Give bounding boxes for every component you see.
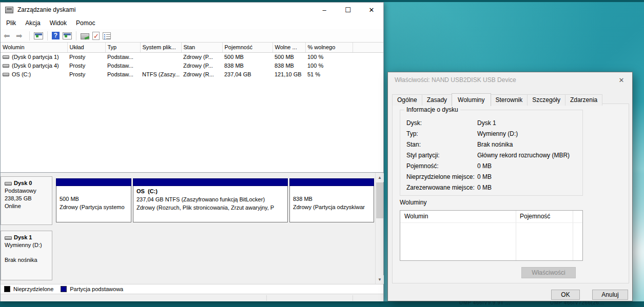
disk0-name: Dysk 0 (14, 180, 32, 186)
legend-primary-swatch (61, 286, 67, 292)
console-window-icon[interactable] (34, 32, 43, 39)
partition-color-bar (56, 178, 131, 186)
volumes-section-label: Woluminy (400, 199, 426, 206)
tab-strip: Ogólne Zasady Woluminy Sterownik Szczegó… (392, 93, 602, 106)
disk1-status: Brak nośnika (5, 256, 52, 264)
menu-pomoc[interactable]: Pomoc (71, 18, 100, 28)
scroll-down-icon[interactable]: ▼ (376, 275, 384, 284)
tab-ogolne[interactable]: Ogólne (392, 94, 422, 106)
device-manager-icon[interactable] (81, 33, 89, 39)
tab-woluminy[interactable]: Woluminy (452, 93, 491, 106)
dialog-close-icon[interactable]: ✕ (611, 72, 632, 88)
column-header-wolumin[interactable]: Wolumin (1, 43, 67, 52)
volume-list-pane: Wolumin Układ Typ System plik... Stan Po… (1, 43, 383, 172)
menu-akcja[interactable]: Akcja (21, 18, 45, 28)
help-icon[interactable] (52, 32, 60, 39)
window-title: Zarządzanie dyskami (17, 6, 75, 13)
close-button[interactable]: ✕ (360, 3, 383, 17)
maximize-button[interactable]: ☐ (336, 3, 360, 17)
disk-icon (5, 182, 12, 186)
check-status-icon[interactable] (92, 32, 100, 40)
app-icon (5, 7, 13, 13)
table-row[interactable]: (Dysk 0 partycja 1) Prosty Podstaw... Zd… (1, 52, 383, 61)
volume-icon (3, 64, 9, 68)
properties-list-icon[interactable] (103, 32, 111, 39)
partition-status: Zdrowy (Rozruch, Plik stronicowania, Zrz… (136, 203, 284, 212)
properties-dialog: Właściwości: NAND USB2DISK USB Device ✕ … (387, 72, 633, 301)
info-row-typ: Typ: Wymienny (D:) (406, 130, 576, 141)
partition-title: OS (C:) (136, 187, 284, 195)
legend-bar: Nieprzydzielone Partycja podstawowa (1, 284, 383, 294)
disk0-label-box[interactable]: Dysk 0 Podstawowy 238,35 GB Online (1, 176, 52, 225)
info-row-nieprzydzielone: Nieprzydzielone miejsce: 0 MB (406, 173, 576, 184)
tab-page-woluminy: Informacje o dysku Dysk: Dysk 1 Typ: Wym… (392, 104, 629, 283)
menu-widok[interactable]: Widok (45, 18, 71, 28)
volume-icon (3, 55, 9, 59)
column-header-system-plikow[interactable]: System plik... (140, 43, 181, 52)
column-header-pojemnosc[interactable]: Pojemność (222, 43, 272, 52)
scroll-up-icon[interactable]: ▲ (376, 173, 384, 182)
info-row-zarezerwowane: Zarezerwowane miejsce: 0 MB (406, 184, 576, 195)
tab-sterownik[interactable]: Sterownik (491, 94, 528, 106)
partition-recovery[interactable]: 838 MB Zdrowy (Partycja odzyskiwar (289, 178, 374, 222)
table-row[interactable]: (Dysk 0 partycja 4) Prosty Podstaw... Zd… (1, 61, 383, 70)
tab-szczegoly[interactable]: Szczegóły (527, 94, 565, 106)
tab-zdarzenia[interactable]: Zdarzenia (565, 94, 602, 106)
scrollbar-thumb[interactable] (376, 182, 383, 218)
disk1-label-box[interactable]: Dysk 1 Wymienny (D:) Brak nośnika (1, 231, 52, 280)
partition-os-c[interactable]: OS (C:) 237,04 GB NTFS (Zaszyfrowano fun… (133, 178, 288, 222)
partition-size: 838 MB (293, 195, 370, 203)
cancel-button[interactable]: Anuluj (592, 290, 628, 300)
volumes-list[interactable]: Wolumin Pojemność (400, 210, 583, 261)
status-separator (266, 295, 267, 301)
table-row[interactable]: OS (C:) Prosty Podstaw... NTFS (Zaszy...… (1, 70, 383, 78)
info-row-pojemnosc: Pojemność: 0 MB (406, 162, 576, 173)
menu-plik[interactable]: Plik (2, 18, 21, 28)
ok-button[interactable]: OK (551, 290, 580, 300)
status-bar (1, 294, 383, 301)
desktop: UMP 466IV9.9.9T ... UMP 466IV7266(26... … (0, 0, 644, 307)
disk-info-groupbox: Informacje o dysku Dysk: Dysk 1 Typ: Wym… (400, 110, 583, 196)
column-header-stan[interactable]: Stan (181, 43, 222, 52)
disk-info-group-title: Informacje o dysku (404, 106, 460, 113)
partition-system[interactable]: 500 MB Zdrowy (Partycja systemo (56, 178, 131, 222)
toolbar-separator (29, 31, 30, 40)
partition-size: 237,04 GB NTFS (Zaszyfrowano funkcją Bit… (136, 195, 284, 203)
partition-status: Zdrowy (Partycja odzyskiwar (293, 203, 370, 211)
menu-bar: Plik Akcja Widok Pomoc (1, 17, 383, 29)
legend-unallocated-swatch (4, 286, 10, 292)
disk-icon (5, 236, 12, 240)
disk1-type: Wymienny (D:) (5, 241, 52, 249)
forward-arrow-icon[interactable]: ➡ (16, 32, 25, 40)
disk1-name: Dysk 1 (14, 234, 32, 240)
info-row-styl-partycji: Styl partycji: Główny rekord rozruchowy … (406, 152, 576, 162)
back-arrow-icon[interactable]: ⬅ (4, 32, 13, 40)
tab-zasady[interactable]: Zasady (422, 94, 452, 106)
partition-size: 500 MB (60, 195, 128, 203)
vertical-scrollbar[interactable]: ▲ ▼ (375, 173, 383, 284)
info-row-stan: Stan: Brak nośnika (406, 141, 576, 152)
legend-primary-label: Partycja podstawowa (70, 286, 123, 292)
column-header-typ[interactable]: Typ (105, 43, 140, 52)
partition-color-bar (289, 178, 374, 186)
column-header-uklad[interactable]: Układ (67, 43, 105, 52)
desktop-bottom-strip (0, 301, 644, 307)
toolbar-separator (47, 31, 48, 40)
column-header-procent-wolnego[interactable]: % wolnego (305, 43, 353, 52)
list-column-wolumin[interactable]: Wolumin (404, 213, 428, 220)
list-column-pojemnosc[interactable]: Pojemność (520, 213, 550, 220)
disk0-status: Online (5, 202, 52, 210)
title-bar[interactable]: Zarządzanie dyskami – ☐ ✕ (1, 3, 383, 17)
table-header-row: Wolumin Układ Typ System plik... Stan Po… (1, 43, 383, 52)
dialog-title-bar[interactable]: Właściwości: NAND USB2DISK USB Device ✕ (388, 72, 632, 88)
minimize-button[interactable]: – (313, 3, 336, 17)
graphical-view-pane: Dysk 0 Podstawowy 238,35 GB Online 500 M… (1, 172, 383, 284)
status-separator (353, 295, 353, 301)
volume-properties-button[interactable]: Właściwości (521, 267, 576, 278)
toolbar: ⬅ ➡ (1, 29, 383, 43)
show-action-pane-icon[interactable] (63, 32, 72, 39)
column-header-empty[interactable] (353, 43, 383, 52)
disk-management-window: Zarządzanie dyskami – ☐ ✕ Plik Akcja Wid… (0, 2, 384, 301)
disk0-size: 238,35 GB (5, 195, 52, 202)
column-header-wolne[interactable]: Wolne ... (272, 43, 305, 52)
